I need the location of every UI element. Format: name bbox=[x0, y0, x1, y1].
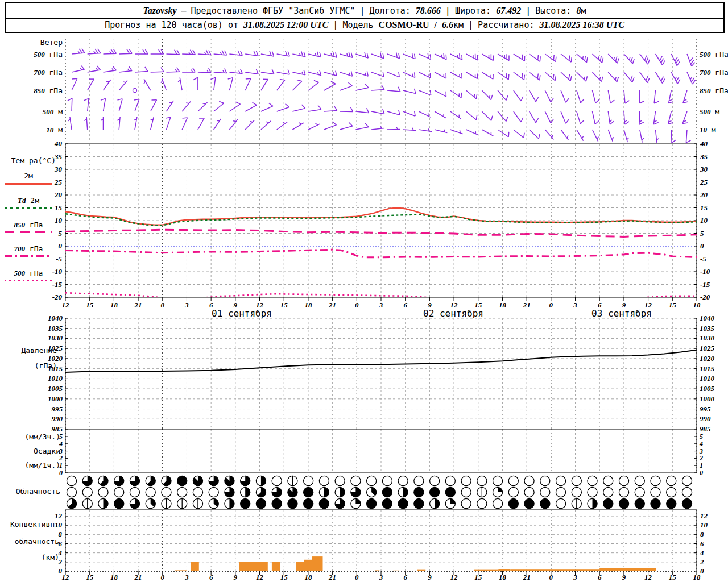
cloud-okta-symbol bbox=[414, 498, 424, 508]
svg-text:6: 6 bbox=[403, 301, 407, 309]
svg-text:18: 18 bbox=[110, 573, 118, 581]
svg-text:12: 12 bbox=[644, 573, 652, 581]
cloud-okta-symbol bbox=[398, 498, 408, 508]
svg-text:40: 40 bbox=[700, 139, 708, 148]
svg-text:995: 995 bbox=[700, 405, 711, 413]
svg-text:18: 18 bbox=[110, 301, 118, 309]
svg-text:18: 18 bbox=[693, 573, 701, 581]
cloud-okta-symbol bbox=[493, 498, 502, 508]
svg-text:-5: -5 bbox=[56, 255, 62, 263]
svg-text:15: 15 bbox=[280, 301, 288, 309]
cloud-okta-symbol bbox=[67, 476, 76, 485]
cloud-okta-symbol bbox=[146, 487, 155, 497]
convective-cloud-bar bbox=[474, 570, 499, 571]
cloudiness-rows bbox=[67, 476, 692, 508]
convective-title-line1: Конвективн. bbox=[0, 521, 59, 529]
svg-text:1025: 1025 bbox=[700, 344, 715, 352]
wind-panel-title: Ветер bbox=[0, 39, 63, 47]
svg-text:3: 3 bbox=[184, 301, 189, 309]
svg-text:3: 3 bbox=[379, 573, 383, 581]
meteogram-svg: 40403535303025252020151510105500-5-5-10-… bbox=[0, 0, 728, 582]
temp-legend-label-3: 700 гПа bbox=[0, 244, 57, 253]
svg-text:9: 9 bbox=[234, 573, 238, 581]
svg-text:1000: 1000 bbox=[48, 394, 63, 403]
convective-cloud-bar bbox=[175, 570, 187, 571]
svg-text:-15: -15 bbox=[700, 280, 710, 289]
svg-text:0: 0 bbox=[700, 567, 704, 575]
cloud-okta-symbol bbox=[288, 498, 297, 508]
cloud-okta-symbol bbox=[540, 476, 550, 485]
cloud-okta-symbol bbox=[382, 476, 392, 485]
convective-cloud-bar bbox=[417, 570, 425, 571]
svg-text:3: 3 bbox=[573, 301, 577, 309]
svg-text:3: 3 bbox=[379, 301, 383, 309]
svg-text:1035: 1035 bbox=[48, 324, 63, 332]
svg-text:0: 0 bbox=[700, 242, 704, 250]
svg-text:6: 6 bbox=[403, 573, 407, 581]
svg-text:21: 21 bbox=[523, 301, 531, 309]
precip-label-mm1h: (мм/1ч.) bbox=[0, 462, 60, 469]
wind-level-label-left: 500 м bbox=[0, 107, 63, 117]
svg-text:5: 5 bbox=[700, 229, 704, 238]
svg-text:5: 5 bbox=[59, 229, 63, 238]
svg-text:0: 0 bbox=[161, 301, 165, 309]
svg-text:18: 18 bbox=[693, 301, 701, 309]
cloud-okta-symbol bbox=[319, 476, 329, 485]
cloud-okta-symbol bbox=[619, 487, 628, 497]
wind-level-label-right: 10 м bbox=[700, 126, 716, 135]
svg-text:40: 40 bbox=[54, 139, 63, 148]
convective-cloud-bar bbox=[191, 562, 199, 571]
svg-text:995: 995 bbox=[52, 405, 63, 413]
svg-text:0: 0 bbox=[59, 469, 63, 477]
day-label: 02 сентября bbox=[423, 308, 483, 319]
cloud-okta-symbol bbox=[114, 498, 124, 508]
cloud-okta-symbol bbox=[682, 476, 692, 485]
svg-text:6: 6 bbox=[209, 573, 213, 581]
cloud-okta-symbol bbox=[651, 476, 660, 485]
svg-text:21: 21 bbox=[328, 573, 336, 581]
cloud-okta-symbol bbox=[304, 498, 313, 508]
cloud-okta-symbol bbox=[319, 498, 329, 508]
precip-label-osadki: Осадки bbox=[0, 447, 60, 455]
svg-text:0: 0 bbox=[161, 573, 165, 581]
cloud-okta-symbol bbox=[304, 476, 313, 485]
wind-level-label-left: 500 гПа bbox=[0, 50, 63, 59]
cloud-okta-symbol bbox=[493, 476, 502, 485]
svg-text:-15: -15 bbox=[52, 280, 63, 289]
convective-title-line2: облачность bbox=[0, 538, 59, 546]
cloud-okta-symbol bbox=[367, 498, 377, 508]
cloud-okta-symbol bbox=[193, 487, 202, 497]
svg-text:15: 15 bbox=[86, 301, 94, 309]
svg-text:21: 21 bbox=[523, 573, 531, 581]
svg-text:990: 990 bbox=[700, 414, 711, 423]
temperature-panel-title: Тем-ра(°C) bbox=[0, 157, 56, 165]
convective-cloud-bar bbox=[239, 562, 268, 571]
svg-text:9: 9 bbox=[622, 573, 626, 581]
temp-legend-label-0: 2м bbox=[0, 172, 57, 180]
cloud-okta-symbol bbox=[114, 487, 124, 497]
wind-level-label-right: 500 м bbox=[700, 107, 719, 117]
convective-cloud-bar bbox=[599, 568, 656, 571]
cloud-okta-symbol bbox=[304, 487, 313, 497]
wind-level-label-right: 700 гПа bbox=[700, 68, 728, 77]
meteogram-page: Tazovsky — Предоставлено ФГБУ "ЗапСиб УГ… bbox=[0, 0, 728, 582]
svg-text:2: 2 bbox=[700, 558, 704, 566]
svg-text:1035: 1035 bbox=[700, 324, 715, 332]
convective-cloud-bar bbox=[511, 569, 599, 571]
cloud-okta-symbol bbox=[667, 498, 676, 508]
cloud-okta-symbol bbox=[430, 476, 440, 485]
cloud-okta-symbol bbox=[524, 487, 534, 497]
svg-text:-5: -5 bbox=[700, 255, 706, 263]
cloud-okta-symbol bbox=[67, 487, 76, 497]
cloud-okta-symbol bbox=[177, 487, 187, 497]
svg-text:-20: -20 bbox=[52, 293, 63, 301]
cloud-okta-symbol bbox=[508, 487, 518, 497]
svg-text:1010: 1010 bbox=[700, 374, 715, 383]
cloud-okta-symbol bbox=[572, 487, 581, 497]
svg-text:18: 18 bbox=[499, 573, 507, 581]
cloud-okta-symbol bbox=[382, 498, 392, 508]
cloud-okta-symbol bbox=[635, 476, 644, 485]
svg-text:30: 30 bbox=[700, 165, 708, 173]
mid-x-axis: 1215182103691215182103691215182103691215… bbox=[62, 301, 701, 319]
cloud-okta-symbol bbox=[667, 476, 676, 485]
